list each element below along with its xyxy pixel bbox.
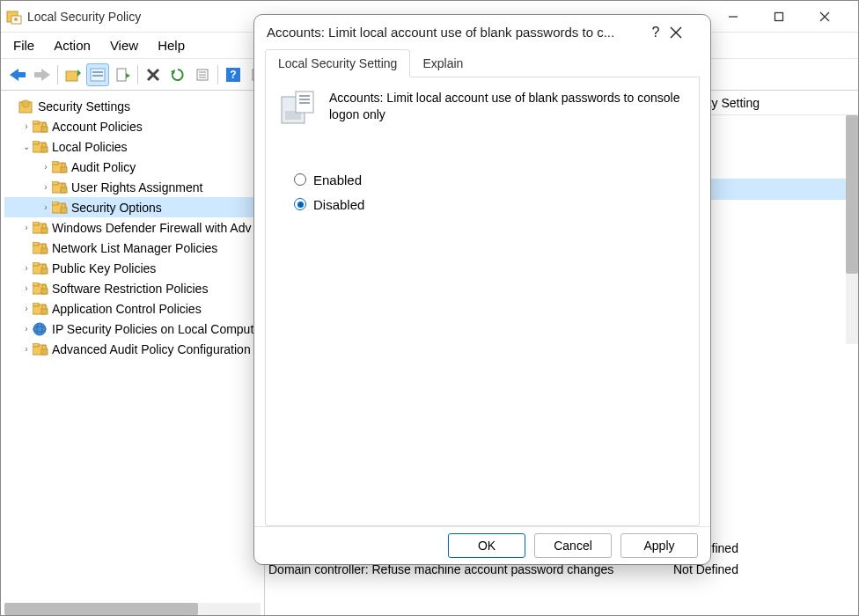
svg-rect-70: [299, 102, 310, 104]
maximize-button[interactable]: [774, 11, 798, 22]
close-button[interactable]: [819, 11, 844, 22]
tree-node[interactable]: ›Windows Defender Firewall with Adv: [4, 217, 264, 238]
tree-node[interactable]: ›User Rights Assignment: [4, 177, 264, 197]
tree-node[interactable]: ›Advanced Audit Policy Configuration: [4, 339, 264, 359]
radio-label: Disabled: [313, 197, 364, 212]
svg-rect-12: [92, 71, 103, 73]
svg-rect-30: [41, 127, 48, 132]
tree-node[interactable]: ›Security Options: [4, 197, 264, 217]
tree-horizontal-scrollbar[interactable]: [4, 603, 261, 615]
svg-rect-14: [117, 69, 126, 81]
cancel-button[interactable]: Cancel: [534, 533, 612, 558]
svg-text:?: ?: [230, 69, 236, 81]
folder-lock-icon: [33, 121, 48, 133]
expander-icon[interactable]: ›: [20, 121, 33, 131]
svg-rect-38: [52, 181, 58, 185]
tree-node-label: Account Policies: [52, 120, 143, 134]
svg-rect-42: [61, 208, 67, 213]
tree-node[interactable]: Network List Manager Policies: [4, 238, 264, 258]
expander-icon[interactable]: ›: [40, 162, 52, 172]
back-button[interactable]: [6, 63, 29, 86]
dialog-button-row: OK Cancel Apply: [254, 526, 710, 564]
folder-lock-icon: [33, 282, 48, 295]
svg-rect-45: [41, 228, 48, 233]
folder-lock-icon: [52, 161, 68, 173]
expander-icon[interactable]: ›: [20, 324, 33, 334]
tree-node[interactable]: ›Software Restriction Policies: [4, 278, 264, 298]
radio-group: Enabled Disabled: [294, 167, 686, 216]
list-vertical-scrollbar[interactable]: [846, 115, 858, 344]
menu-help[interactable]: Help: [158, 38, 185, 53]
tree-node[interactable]: ›Public Key Policies: [4, 258, 264, 278]
svg-rect-57: [41, 309, 48, 314]
svg-rect-32: [33, 141, 39, 144]
svg-marker-15: [126, 73, 130, 78]
up-button[interactable]: [62, 63, 84, 86]
folder-lock-icon: [52, 181, 68, 194]
svg-rect-13: [92, 75, 103, 77]
svg-rect-69: [299, 99, 310, 100]
svg-point-2: [14, 18, 18, 21]
svg-rect-9: [66, 71, 77, 81]
list-button[interactable]: [191, 63, 214, 86]
delete-button[interactable]: [142, 63, 165, 86]
help-button[interactable]: ?: [222, 63, 245, 86]
expander-icon[interactable]: ›: [20, 283, 33, 293]
tab-explain[interactable]: Explain: [410, 49, 475, 77]
tree-node[interactable]: ›Account Policies: [4, 116, 264, 136]
tree-node[interactable]: ›Application Control Policies: [4, 298, 264, 319]
tree-node-label: Public Key Policies: [52, 261, 156, 275]
svg-rect-68: [299, 95, 310, 97]
expander-icon[interactable]: ›: [20, 304, 33, 313]
tree-node[interactable]: ›IP Security Policies on Local Compute: [4, 319, 264, 339]
apply-button[interactable]: Apply: [620, 533, 698, 558]
minimize-button[interactable]: [728, 11, 753, 22]
svg-rect-47: [33, 242, 39, 246]
tree-root-security-settings[interactable]: Security Settings: [4, 96, 264, 116]
dialog-title: Accounts: Limit local account use of bla…: [267, 25, 642, 40]
properties-button[interactable]: [86, 63, 109, 86]
expander-icon[interactable]: ›: [20, 344, 33, 354]
refresh-button[interactable]: [166, 63, 189, 86]
svg-marker-8: [34, 69, 50, 81]
window-title: Local Security Policy: [27, 10, 141, 24]
ok-button[interactable]: OK: [448, 533, 525, 558]
tree-node-label: Software Restriction Policies: [52, 282, 208, 296]
expander-icon[interactable]: ›: [20, 223, 33, 232]
tree-node-label: Network List Manager Policies: [52, 241, 217, 255]
tree-node[interactable]: ⌄Local Policies: [4, 136, 264, 157]
svg-rect-61: [33, 343, 39, 347]
radio-dot-icon: [294, 173, 306, 186]
svg-rect-33: [41, 147, 48, 152]
forward-button[interactable]: [31, 63, 54, 86]
shield-folder-icon: [18, 99, 34, 114]
tree-pane: Security Settings ›Account Policies⌄Loca…: [1, 91, 265, 615]
expander-icon[interactable]: ›: [40, 182, 52, 192]
radio-disabled[interactable]: Disabled: [294, 192, 686, 216]
folder-lock-icon: [33, 262, 48, 275]
menu-action[interactable]: Action: [54, 38, 91, 53]
dialog-titlebar: Accounts: Limit local account use of bla…: [254, 15, 710, 49]
tab-local-security-setting[interactable]: Local Security Setting: [265, 49, 410, 77]
svg-rect-4: [775, 12, 783, 20]
dialog-tabs: Local Security Setting Explain: [265, 49, 700, 77]
folder-lock-icon: [33, 222, 48, 234]
dialog-help-button[interactable]: ?: [642, 25, 670, 40]
expander-icon[interactable]: ›: [40, 202, 52, 212]
tree-node-label: Security Settings: [38, 99, 130, 114]
radio-enabled[interactable]: Enabled: [294, 167, 686, 192]
svg-rect-48: [41, 248, 48, 253]
export-button[interactable]: [111, 63, 134, 86]
expander-icon[interactable]: ›: [20, 263, 33, 273]
svg-rect-39: [61, 187, 67, 193]
dialog-close-button[interactable]: [670, 26, 698, 39]
expander-icon[interactable]: ⌄: [20, 142, 33, 151]
tree-node[interactable]: ›Audit Policy: [4, 157, 264, 177]
policy-icon: [278, 90, 317, 128]
folder-lock-icon: [52, 202, 68, 214]
tree-node-label: Audit Policy: [71, 160, 136, 174]
menu-view[interactable]: View: [110, 38, 138, 53]
tree-node-label: User Rights Assignment: [71, 180, 202, 194]
tree-node-label: Windows Defender Firewall with Adv: [52, 221, 251, 235]
menu-file[interactable]: File: [13, 38, 34, 53]
